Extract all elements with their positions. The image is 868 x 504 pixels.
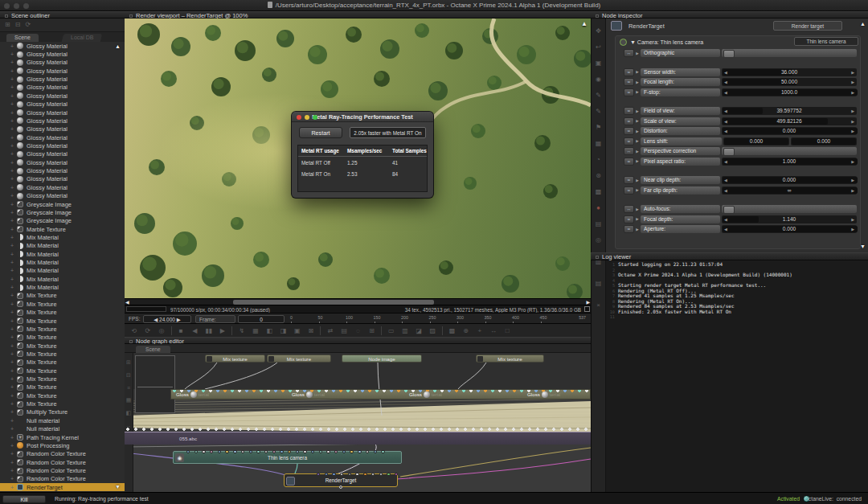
outliner-item[interactable]: +Random Color Texture: [0, 450, 125, 458]
pick-focus-icon[interactable]: ⟳: [142, 326, 154, 336]
expander-icon[interactable]: +: [10, 409, 17, 415]
node-pin[interactable]: [280, 450, 283, 453]
node-icon[interactable]: ✥: [592, 27, 605, 35]
history-icon[interactable]: ↩: [592, 43, 605, 51]
expander-icon[interactable]: +: [10, 202, 17, 207]
panel-icon[interactable]: ▣: [592, 59, 605, 67]
slider-track[interactable]: ◀1.140▶: [722, 215, 857, 223]
pause-render-icon[interactable]: ▮▮: [203, 326, 215, 336]
expander-arrow-icon[interactable]: ▶: [634, 150, 641, 154]
outliner-item[interactable]: +Glossy Material: [0, 84, 125, 92]
expander-icon[interactable]: +: [10, 110, 17, 116]
node-pin[interactable]: [241, 450, 244, 453]
outliner-item[interactable]: +Mix Material: [0, 250, 125, 258]
collapse-all-icon[interactable]: ⊟: [15, 21, 21, 28]
pin-button-icon[interactable]: ≈: [624, 225, 634, 233]
node-type-button[interactable]: Render target: [773, 21, 842, 31]
node-pin[interactable]: [249, 450, 252, 453]
expander-icon[interactable]: +: [10, 260, 17, 265]
node-pin[interactable]: [366, 450, 369, 453]
slider-left-arrow-icon[interactable]: ◀: [724, 186, 727, 195]
outliner-item[interactable]: +Mix Texture: [0, 350, 125, 358]
outliner-item[interactable]: +Greyscale Image: [0, 208, 125, 216]
expander-arrow-icon[interactable]: ▶: [634, 207, 641, 211]
slider-right-arrow-icon[interactable]: ▶: [851, 88, 854, 96]
expander-icon[interactable]: +: [10, 460, 17, 465]
expander-icon[interactable]: +: [10, 451, 17, 457]
expander-icon[interactable]: +: [10, 235, 17, 240]
pin-button-icon[interactable]: ≈: [624, 137, 634, 145]
fit-graph-icon[interactable]: ≡: [125, 385, 133, 391]
expander-icon[interactable]: +: [10, 43, 17, 49]
dialog-zoom-icon[interactable]: [313, 115, 317, 120]
slider-right-arrow-icon[interactable]: ▶: [851, 127, 854, 135]
slider-track[interactable]: ◀0.000▶: [722, 225, 857, 233]
expander-icon[interactable]: +: [10, 393, 17, 399]
clear-log-icon[interactable]: ×: [592, 301, 605, 309]
outliner-item[interactable]: +Glossy Material: [0, 183, 125, 191]
expander-icon[interactable]: +: [10, 485, 17, 490]
graph-node-mix-texture[interactable]: Mix texture: [205, 354, 265, 363]
node-pin[interactable]: [358, 450, 361, 453]
slider-left-arrow-icon[interactable]: ◀: [724, 225, 727, 233]
node-pin[interactable]: [326, 450, 330, 453]
pin-button-icon[interactable]: ≈: [624, 78, 634, 86]
expander-icon[interactable]: +: [10, 318, 17, 324]
outliner-item[interactable]: +Glossy Material: [0, 133, 125, 141]
outliner-item[interactable]: +Glossy Material: [0, 59, 125, 67]
expander-icon[interactable]: +: [10, 376, 17, 382]
alpha-mode-icon[interactable]: ◨: [277, 326, 289, 336]
expander-icon[interactable]: +: [10, 468, 17, 473]
graph-node-mix-texture[interactable]: Mix texture: [267, 354, 331, 363]
outliner-item[interactable]: +Mix Texture: [0, 300, 125, 308]
node-pin[interactable]: [210, 450, 213, 453]
denoiser-icon[interactable]: ▩: [447, 326, 458, 336]
glossy-node-label[interactable]: Glossterial: [527, 391, 560, 398]
node-pin[interactable]: [319, 450, 322, 453]
camera-reset-icon[interactable]: ◎: [156, 326, 167, 336]
clock-icon[interactable]: ◔: [592, 156, 605, 163]
node-pin[interactable]: [288, 450, 291, 453]
outliner-item[interactable]: +Mix Texture: [0, 334, 125, 342]
edit-icon[interactable]: ✎: [592, 92, 605, 99]
outliner-item[interactable]: +Multiply Texture: [0, 408, 125, 416]
expander-icon[interactable]: +: [10, 168, 17, 174]
inspector-scroll-down-icon[interactable]: ▼: [860, 244, 866, 249]
expander-icon[interactable]: +: [10, 135, 17, 141]
pin-button-icon[interactable]: ↔: [624, 147, 634, 155]
glossy-material-node-strip[interactable]: GlossterialGlossterialGlossterialGlosste…: [170, 389, 591, 400]
expander-icon[interactable]: +: [10, 210, 17, 215]
node-pin[interactable]: [317, 473, 320, 476]
frame-value-field[interactable]: 0: [238, 315, 285, 323]
node-pin[interactable]: [395, 473, 398, 476]
expander-icon[interactable]: +: [10, 93, 17, 99]
node-pin[interactable]: [225, 450, 228, 453]
node-pin[interactable]: [381, 450, 384, 453]
expander-icon[interactable]: +: [10, 143, 17, 149]
outliner-item[interactable]: +Mix Texture: [0, 292, 125, 300]
expander-icon[interactable]: +: [10, 185, 17, 191]
slider-left-arrow-icon[interactable]: ◀: [724, 215, 727, 223]
render-target-output-pin[interactable]: [339, 486, 342, 489]
render-passes-icon[interactable]: ◪: [413, 326, 424, 336]
flag-icon[interactable]: ⚑: [592, 124, 605, 131]
outliner-item[interactable]: +Random Color Texture: [0, 466, 125, 474]
expander-icon[interactable]: +: [10, 384, 17, 390]
expander-icon[interactable]: +: [10, 59, 17, 65]
outliner-scroll-up-icon[interactable]: ▲: [115, 43, 121, 49]
outliner-item[interactable]: +Greyscale Image: [0, 200, 125, 208]
expander-icon[interactable]: +: [10, 334, 17, 340]
expander-icon[interactable]: +: [10, 301, 17, 307]
slider-right-arrow-icon[interactable]: ▶: [851, 158, 854, 166]
expander-arrow-icon[interactable]: ▶: [634, 227, 641, 232]
toggle-switch[interactable]: [722, 147, 857, 155]
slider-left-arrow-icon[interactable]: ◀: [724, 176, 727, 184]
outliner-item[interactable]: +Glossy Material: [0, 92, 125, 100]
lock-resolution-icon[interactable]: ▣: [292, 326, 303, 336]
record-icon[interactable]: ●: [592, 204, 605, 211]
background-icon[interactable]: ▨: [427, 326, 438, 336]
node-pin[interactable]: [256, 450, 260, 453]
upsampler-icon[interactable]: ⊕: [461, 326, 472, 336]
slider-track[interactable]: ◀499.82126▶: [722, 117, 857, 125]
expander-icon[interactable]: +: [10, 118, 17, 124]
